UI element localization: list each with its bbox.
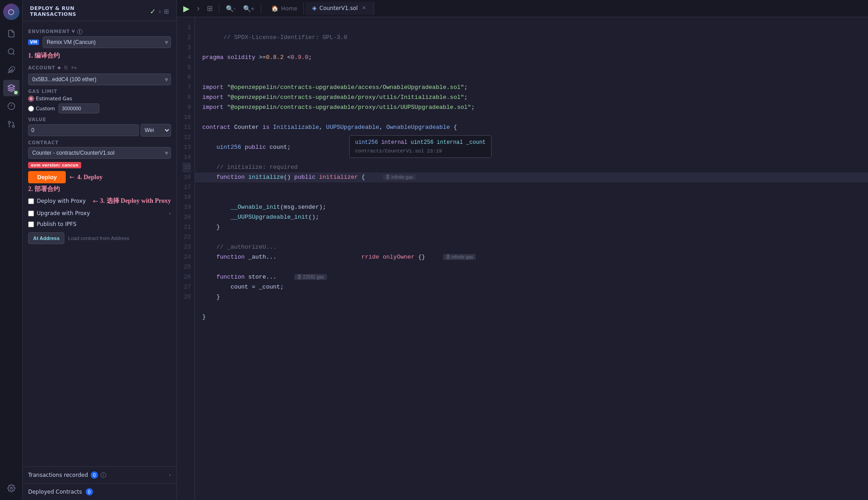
- deploy-button[interactable]: Deploy: [28, 171, 66, 183]
- upgrade-proxy-checkbox[interactable]: [28, 211, 34, 216]
- options-section: Deploy with Proxy ← 3. 选择 Deploy with Pr…: [28, 196, 171, 229]
- sidebar-icon-deploy[interactable]: [3, 80, 20, 96]
- grid-icon[interactable]: ⊞: [164, 8, 169, 15]
- plus-icon[interactable]: +: [57, 65, 62, 71]
- zoom-out-button[interactable]: 🔍-: [223, 3, 239, 14]
- deploy-proxy-label: Deploy with Proxy: [37, 198, 86, 204]
- deployed-label: Deployed Contracts: [28, 489, 82, 495]
- evm-badge: evm version: cancun: [28, 162, 81, 168]
- deploy-proxy-checkbox[interactable]: [28, 198, 34, 204]
- home-tab-icon: 🏠: [271, 5, 278, 12]
- upgrade-proxy-chevron[interactable]: ›: [169, 210, 171, 216]
- tab-counterv1[interactable]: ◈ CounterV1.sol ✕: [306, 2, 374, 15]
- estimated-gas-radio[interactable]: [28, 96, 34, 102]
- tab-close-button[interactable]: ✕: [361, 5, 367, 11]
- tab-home[interactable]: 🏠 Home: [265, 2, 304, 15]
- svg-point-8: [8, 121, 10, 123]
- transactions-chevron[interactable]: ›: [169, 472, 171, 478]
- code-editor[interactable]: 1 2 3 4 5 6 7 8 9 10 11 12 13 14 15 16 1…: [177, 17, 868, 500]
- line-numbers: 1 2 3 4 5 6 7 8 9 10 11 12 13 14 15 16 1…: [177, 17, 195, 500]
- environment-select-wrapper: Remix VM (Cancun) ▼: [43, 36, 171, 48]
- upgrade-proxy-row: Upgrade with Proxy ›: [28, 207, 171, 220]
- fork-icon: ⑂: [72, 29, 75, 34]
- svg-point-7: [12, 125, 15, 127]
- deploy-proxy-row: Deploy with Proxy: [28, 196, 86, 206]
- publish-ipfs-checkbox[interactable]: [28, 221, 34, 227]
- autocomplete-footer: contracts/CounterV1.sol 23:19: [355, 148, 486, 154]
- environment-label: ENVIRONMENT ⑂ i: [28, 29, 171, 34]
- account-label: ACCOUNT + ⎘ 🗝: [28, 64, 171, 72]
- file-tab-icon: ◈: [312, 5, 317, 11]
- grid-button[interactable]: ⊞: [204, 2, 215, 15]
- autocomplete-popup: uint256 internal uint256 internal _count…: [349, 135, 492, 158]
- copy-account-icon[interactable]: ⎘: [63, 64, 68, 72]
- annotation-2: 2. 部署合约: [28, 185, 60, 193]
- transactions-header: Transactions recorded 0 i ›: [28, 471, 171, 479]
- ac-type: uint256: [355, 139, 378, 146]
- annotation-1: 1. 编译合约: [28, 52, 60, 60]
- contract-select[interactable]: Counter - contracts/CounterV1.sol: [28, 147, 171, 159]
- estimated-gas-radio-label[interactable]: Estimated Gas: [28, 96, 72, 102]
- svg-line-1: [13, 53, 14, 54]
- icon-sidebar: ⬡: [0, 0, 23, 500]
- key-icon[interactable]: 🗝: [70, 64, 78, 72]
- top-toolbar: ▶ › ⊞ 🔍- 🔍+ 🏠 Home ◈ CounterV1.sol ✕: [177, 0, 868, 17]
- custom-gas-radio[interactable]: [28, 106, 34, 112]
- code-content[interactable]: // SPDX-License-Identifier: GPL-3.0 prag…: [195, 17, 868, 500]
- toolbar-sep-2: [261, 4, 261, 13]
- panel-header: DEPLOY & RUNTRANSACTIONS ✓ › ⊞: [23, 0, 176, 21]
- custom-gas-text: Custom: [36, 106, 55, 112]
- zoom-in-button[interactable]: 🔍+: [240, 3, 257, 14]
- chevron-icon[interactable]: ›: [159, 8, 161, 15]
- contract-select-wrapper: Counter - contracts/CounterV1.sol ▼: [28, 147, 171, 159]
- environment-info-icon[interactable]: i: [77, 29, 83, 34]
- autocomplete-main: uint256 internal uint256 internal _count: [355, 139, 486, 146]
- at-address-button[interactable]: At Address: [28, 232, 64, 244]
- sidebar-icon-git[interactable]: [3, 116, 20, 132]
- custom-gas-radio-label[interactable]: Custom: [28, 106, 55, 112]
- main-area: ▶ › ⊞ 🔍- 🔍+ 🏠 Home ◈ CounterV1.sol ✕ 1 2…: [177, 0, 868, 500]
- value-row: Wei Gwei Finney Ether: [28, 124, 171, 137]
- transactions-count-badge: 0: [91, 471, 98, 479]
- panel-content: ENVIRONMENT ⑂ i VM Remix VM (Cancun) ▼ 1…: [23, 21, 176, 466]
- deployed-contracts-section: Deployed Contracts 0: [23, 483, 176, 500]
- vm-badge: VM: [28, 39, 39, 45]
- upgrade-proxy-label: Upgrade with Proxy: [37, 210, 90, 216]
- environment-select[interactable]: Remix VM (Cancun): [43, 36, 171, 48]
- annotation-4: 4. Deploy: [77, 174, 102, 181]
- file-tab-label: CounterV1.sol: [319, 5, 358, 11]
- app-icon: ⬡: [3, 4, 20, 20]
- value-unit-select[interactable]: Wei Gwei Finney Ether: [141, 124, 171, 137]
- deployed-count-badge: 0: [86, 488, 93, 495]
- svg-point-0: [8, 49, 14, 54]
- infinite-gas-badge-22: 🗄 infinite gas: [443, 254, 476, 260]
- infinite-gas-badge-15: 🗄 infinite gas: [383, 174, 416, 180]
- value-label: VALUE: [28, 117, 171, 122]
- ac-name: uint256 internal _count: [410, 139, 486, 146]
- sidebar-icon-settings[interactable]: [3, 480, 20, 496]
- panel-title: DEPLOY & RUNTRANSACTIONS: [30, 5, 76, 17]
- check-icon[interactable]: ✓: [150, 7, 156, 16]
- account-select[interactable]: 0x5B3...eddC4 (100 ether): [28, 74, 171, 85]
- red-arrow-proxy: ←: [93, 197, 98, 205]
- load-contract-button[interactable]: Load contract from Address: [66, 232, 131, 244]
- sidebar-icon-debug[interactable]: [3, 98, 20, 114]
- gas-value-input[interactable]: [59, 103, 99, 113]
- transactions-info-icon[interactable]: i: [101, 472, 106, 478]
- forward-button[interactable]: ›: [194, 2, 202, 15]
- run-button[interactable]: ▶: [180, 2, 192, 15]
- sidebar-icon-plugin[interactable]: [3, 62, 20, 78]
- left-panel: DEPLOY & RUNTRANSACTIONS ✓ › ⊞ ENVIRONME…: [23, 0, 177, 500]
- contract-section: Counter - contracts/CounterV1.sol ▼ evm …: [28, 147, 171, 183]
- custom-gas-row: Custom: [28, 103, 171, 113]
- account-select-wrapper: 0x5B3...eddC4 (100 ether) ▼: [28, 74, 171, 85]
- transactions-label: Transactions recorded: [28, 472, 88, 478]
- svg-point-10: [10, 487, 12, 490]
- sidebar-icon-files[interactable]: [3, 25, 20, 42]
- gas-badge-24: 🗄 22581 gas: [294, 274, 327, 280]
- value-input[interactable]: [28, 124, 139, 136]
- estimated-gas-text: Estimated Gas: [36, 96, 72, 102]
- at-address-section: At Address Load contract from Address: [28, 232, 171, 244]
- sidebar-icon-search[interactable]: [3, 44, 20, 60]
- publish-ipfs-label: Publish to IPFS: [37, 221, 77, 227]
